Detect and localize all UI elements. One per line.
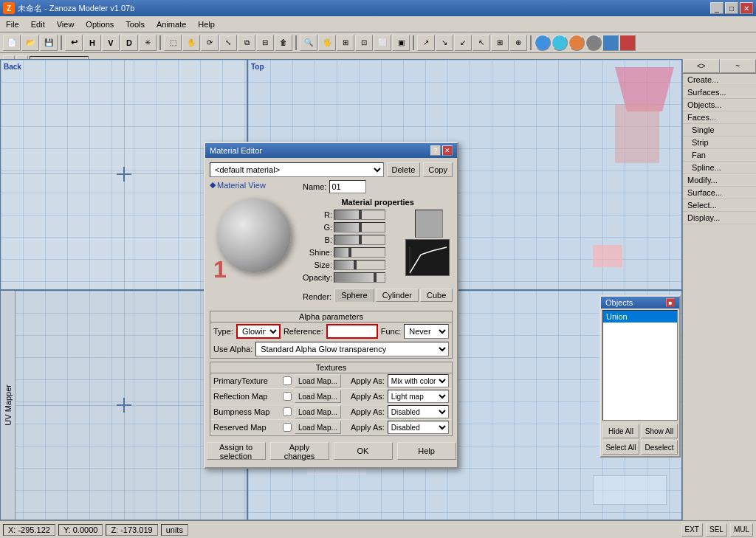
arrow4-btn[interactable]: ↖ <box>472 35 490 51</box>
rp-display[interactable]: Display... <box>683 212 756 224</box>
menu-file[interactable]: File <box>0 18 25 30</box>
mirror-btn[interactable]: ⊟ <box>256 35 274 51</box>
opacity-slider[interactable] <box>334 272 385 283</box>
render1-btn[interactable]: ⬜ <box>374 35 391 51</box>
dialog-close-btn[interactable]: ✕ <box>442 145 453 156</box>
tex-load-reserved[interactable]: Load Map... <box>295 421 341 434</box>
select-all-btn[interactable]: Select All <box>602 440 639 455</box>
shine-slider[interactable] <box>334 247 385 258</box>
sphere-btn[interactable] <box>535 35 551 51</box>
assign-button[interactable]: Assign to selection <box>207 442 266 460</box>
reference-input[interactable] <box>326 324 378 339</box>
objects-list[interactable]: Union <box>602 310 678 421</box>
menu-options[interactable]: Options <box>80 18 120 30</box>
zoom-btn[interactable]: 🔍 <box>300 35 317 51</box>
dialog-help-btn[interactable]: ? <box>430 145 441 156</box>
rp-strip[interactable]: Strip <box>683 137 756 149</box>
hide-all-btn[interactable]: Hide All <box>602 424 639 438</box>
type-dropdown[interactable]: Glowing <box>236 324 281 339</box>
move-btn[interactable]: ✋ <box>182 35 200 51</box>
tex-check-primary[interactable] <box>283 376 292 385</box>
rp-create[interactable]: Create... <box>683 74 756 86</box>
ext-btn[interactable]: EXT <box>681 523 703 537</box>
tex-load-bumpness[interactable]: Load Map... <box>295 405 341 418</box>
deselect-btn[interactable]: Deselect <box>641 440 678 455</box>
tex-check-bumpness[interactable] <box>283 407 292 416</box>
tex-check-reserved[interactable] <box>283 423 292 432</box>
objects-close-btn[interactable]: ■ <box>666 298 675 307</box>
select-btn[interactable]: ⬚ <box>164 35 182 51</box>
pyramid-btn[interactable] <box>585 35 602 51</box>
fit-btn[interactable]: ⊞ <box>337 35 354 51</box>
torus-btn[interactable] <box>602 35 619 51</box>
cylinder-btn[interactable] <box>619 35 636 51</box>
material-dropdown[interactable]: <default material> <box>210 162 384 177</box>
close-button[interactable]: ✕ <box>740 2 753 14</box>
scale-btn[interactable]: ⤡ <box>219 35 237 51</box>
wire-btn[interactable]: ⊡ <box>355 35 373 51</box>
copy-btn[interactable]: ⧉ <box>238 35 255 51</box>
grid-btn[interactable]: ⊞ <box>491 35 509 51</box>
render-tab-sphere[interactable]: Sphere <box>334 289 374 302</box>
rp-spline[interactable]: Spline... <box>683 162 756 174</box>
menu-animate[interactable]: Animate <box>151 18 192 30</box>
show-all-btn[interactable]: Show All <box>641 424 678 438</box>
star-btn[interactable]: ✳ <box>139 35 157 51</box>
delete-button[interactable]: Delete <box>387 162 421 177</box>
rp-other-btn[interactable]: ~ <box>720 59 757 73</box>
menu-help[interactable]: Help <box>192 18 221 30</box>
v-btn[interactable]: V <box>102 35 120 51</box>
rp-collapse-btn[interactable]: <> <box>683 59 720 73</box>
render-tab-cylinder[interactable]: Cylinder <box>376 289 419 302</box>
uv-mapper-tab[interactable]: UV Mapper <box>1 291 16 520</box>
pan-btn[interactable]: 🖐 <box>318 35 336 51</box>
size-slider[interactable] <box>334 260 385 270</box>
copy-button[interactable]: Copy <box>423 162 453 177</box>
arrow1-btn[interactable]: ↗ <box>417 35 435 51</box>
save-btn[interactable]: 💾 <box>40 35 58 51</box>
mul-btn[interactable]: MUL <box>730 523 753 537</box>
render2-btn[interactable]: ▣ <box>392 35 410 51</box>
r-slider[interactable] <box>334 210 385 220</box>
apply-button[interactable]: Apply changes <box>270 442 329 460</box>
func-dropdown[interactable]: Never <box>404 324 449 339</box>
cone-btn[interactable] <box>551 35 568 51</box>
minimize-button[interactable]: _ <box>710 2 724 14</box>
d-btn[interactable]: D <box>120 35 138 51</box>
arrow3-btn[interactable]: ↙ <box>454 35 472 51</box>
delete-btn[interactable]: 🗑 <box>275 35 292 51</box>
tex-load-primary[interactable]: Load Map... <box>295 374 341 387</box>
menu-tools[interactable]: Tools <box>120 18 151 30</box>
tex-check-reflection[interactable] <box>283 392 292 401</box>
maximize-button[interactable]: □ <box>725 2 738 14</box>
ok-button[interactable]: OK <box>334 442 393 460</box>
rp-single[interactable]: Single <box>683 124 756 137</box>
render-tab-cube[interactable]: Cube <box>420 289 453 302</box>
name-input[interactable] <box>329 180 366 193</box>
tex-apply-reflection[interactable]: Light map <box>388 390 449 403</box>
menu-edit[interactable]: Edit <box>25 18 51 30</box>
tex-apply-primary[interactable]: Mix with color <box>388 374 449 387</box>
rp-surfaces[interactable]: Surfaces... <box>683 86 756 99</box>
new-btn[interactable]: 📄 <box>3 35 21 51</box>
rp-faces[interactable]: Faces... <box>683 111 756 124</box>
menu-view[interactable]: View <box>51 18 80 30</box>
rp-surface[interactable]: Surface... <box>683 187 756 199</box>
rp-modify[interactable]: Modify... <box>683 174 756 187</box>
rp-objects[interactable]: Objects... <box>683 99 756 111</box>
open-btn[interactable]: 📂 <box>21 35 39 51</box>
use-alpha-dropdown[interactable]: Standard Alpha Glow transparency <box>255 342 449 356</box>
help-button[interactable]: Help <box>397 442 456 460</box>
rotate-btn[interactable]: ⟳ <box>201 35 219 51</box>
tex-apply-reserved[interactable]: Disabled <box>388 421 449 434</box>
color-swatch[interactable] <box>415 210 443 238</box>
b-slider[interactable] <box>334 235 385 245</box>
tex-load-reflection[interactable]: Load Map... <box>295 390 341 403</box>
rp-select[interactable]: Select... <box>683 199 756 212</box>
tex-apply-bumpness[interactable]: Disabled <box>388 405 449 418</box>
h-btn[interactable]: H <box>83 35 101 51</box>
objects-item-union[interactable]: Union <box>603 311 677 323</box>
rp-fan[interactable]: Fan <box>683 149 756 162</box>
undo-btn[interactable]: ↩ <box>65 35 83 51</box>
g-slider[interactable] <box>334 222 385 232</box>
